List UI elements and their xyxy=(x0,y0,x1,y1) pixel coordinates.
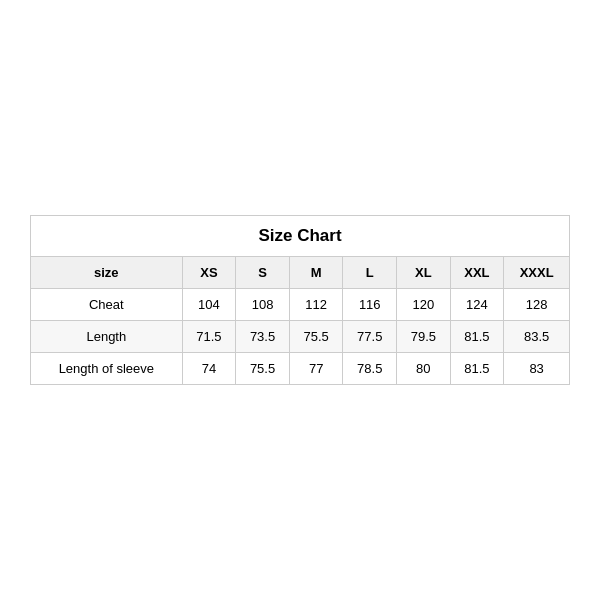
cell-value: 83.5 xyxy=(504,321,570,353)
size-chart-container: Size Chart sizeXSSMLXLXXLXXXL Cheat10410… xyxy=(30,215,570,385)
cell-value: 120 xyxy=(397,289,451,321)
header-row: sizeXSSMLXLXXLXXXL xyxy=(31,257,570,289)
cell-value: 124 xyxy=(450,289,504,321)
cell-value: 73.5 xyxy=(236,321,290,353)
cell-value: 81.5 xyxy=(450,353,504,385)
cell-value: 77.5 xyxy=(343,321,397,353)
size-chart-table: Size Chart sizeXSSMLXLXXLXXXL Cheat10410… xyxy=(30,215,570,385)
row-label: Cheat xyxy=(31,289,183,321)
title-row: Size Chart xyxy=(31,216,570,257)
cell-value: 81.5 xyxy=(450,321,504,353)
cell-value: 74 xyxy=(182,353,236,385)
row-label: Length xyxy=(31,321,183,353)
cell-value: 116 xyxy=(343,289,397,321)
header-size-xs: XS xyxy=(182,257,236,289)
cell-value: 78.5 xyxy=(343,353,397,385)
table-title: Size Chart xyxy=(31,216,570,257)
table-row: Cheat104108112116120124128 xyxy=(31,289,570,321)
table-row: Length71.573.575.577.579.581.583.5 xyxy=(31,321,570,353)
cell-value: 128 xyxy=(504,289,570,321)
header-size-label: size xyxy=(31,257,183,289)
header-size-l: L xyxy=(343,257,397,289)
cell-value: 80 xyxy=(397,353,451,385)
header-size-xxl: XXL xyxy=(450,257,504,289)
cell-value: 104 xyxy=(182,289,236,321)
row-label: Length of sleeve xyxy=(31,353,183,385)
cell-value: 108 xyxy=(236,289,290,321)
header-size-s: S xyxy=(236,257,290,289)
cell-value: 75.5 xyxy=(289,321,343,353)
cell-value: 112 xyxy=(289,289,343,321)
cell-value: 75.5 xyxy=(236,353,290,385)
table-row: Length of sleeve7475.57778.58081.583 xyxy=(31,353,570,385)
cell-value: 71.5 xyxy=(182,321,236,353)
cell-value: 83 xyxy=(504,353,570,385)
header-size-xxxl: XXXL xyxy=(504,257,570,289)
cell-value: 77 xyxy=(289,353,343,385)
header-size-xl: XL xyxy=(397,257,451,289)
cell-value: 79.5 xyxy=(397,321,451,353)
header-size-m: M xyxy=(289,257,343,289)
